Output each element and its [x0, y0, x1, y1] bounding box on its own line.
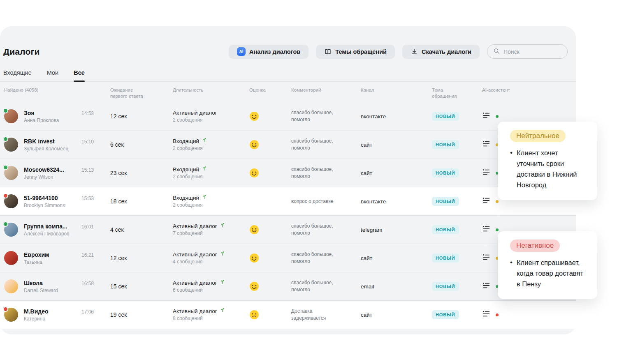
contact-subname: Jenny Wilson	[24, 174, 94, 180]
found-count-label: Найдено (4058)	[0, 87, 106, 93]
ai-summary-icon[interactable]	[482, 140, 490, 150]
first-response-wait: 19 сек	[106, 311, 169, 318]
avatar-status-badge	[3, 136, 8, 142]
search-box[interactable]	[487, 44, 568, 59]
contact-subname: Татьяна	[24, 259, 94, 265]
toolbar: AI Анализ диалогов Темы обращений Скачат…	[229, 44, 568, 59]
comment: спасибо большое, помогло	[287, 251, 345, 265]
book-icon	[324, 48, 332, 55]
rating-emoji	[249, 310, 259, 320]
dialog-time: 16:21	[81, 252, 94, 258]
rating-emoji	[249, 140, 259, 150]
message-count: 2 сообщения	[173, 174, 245, 180]
dialog-time: 15:13	[81, 167, 94, 173]
comment: спасибо большое, помогло	[287, 109, 345, 123]
avatar	[4, 308, 18, 322]
channel: email	[357, 283, 424, 290]
table-row[interactable]: М.Видео 17:06 Катерина 19 сек Активный д…	[0, 301, 576, 329]
dialog-status: Активный диалог	[173, 223, 217, 229]
channel: вконтакте	[357, 113, 424, 120]
tab-mine[interactable]: Мои	[47, 69, 58, 81]
ai-status-dot	[496, 228, 499, 231]
dialog-status: Активный диалог	[173, 251, 217, 258]
first-response-wait: 4 сек	[106, 226, 169, 233]
topic-badge: НОВЫЙ	[432, 140, 459, 149]
popover-neutral-item: Клиент хочет уточнить сроки доставки в Н…	[510, 147, 587, 190]
message-count: 8 сообщений	[173, 316, 245, 321]
search-input[interactable]	[503, 48, 561, 55]
topic-badge: НОВЫЙ	[432, 225, 459, 234]
channel: сайт	[357, 142, 424, 148]
sentiment-badge-negative: Негативное	[510, 240, 560, 252]
dialog-status: Активный диалог	[173, 280, 217, 286]
table-row[interactable]: Еврохим 16:21 Татьяна 12 сек Активный ди…	[0, 244, 576, 272]
table-header: Найдено (4058) Ожидание первого ответа Д…	[0, 82, 576, 102]
channel: сайт	[357, 170, 424, 176]
topics-button[interactable]: Темы обращений	[316, 45, 395, 59]
ai-status-dot	[496, 313, 499, 316]
contact-name: Еврохим	[24, 251, 49, 258]
download-icon	[411, 48, 418, 55]
comment: спасибо большое, помогло	[287, 138, 345, 152]
first-response-wait: 12 сек	[106, 113, 169, 120]
channel: telegram	[357, 227, 424, 233]
app-canvas: Диалоги AI Анализ диалогов Темы обращени…	[0, 0, 617, 364]
table-row[interactable]: 51-99644100 15:53 Brooklyn Simmons 18 се…	[0, 187, 576, 216]
ai-summary-icon[interactable]	[482, 225, 490, 235]
message-count: 2 сообщения	[173, 145, 245, 151]
table-row[interactable]: Зоя 14:53 Анна Проклова 12 сек Активный …	[0, 102, 576, 131]
avatar-status-badge	[3, 165, 8, 170]
avatar-status-badge	[3, 221, 8, 227]
ai-summary-icon[interactable]	[482, 281, 490, 291]
avatar	[4, 166, 18, 180]
contact-subname: Катерина	[24, 316, 94, 322]
sprout-icon	[220, 222, 225, 229]
message-count: 6 сообщений	[173, 287, 245, 293]
topic-badge: НОВЫЙ	[432, 112, 459, 121]
dialog-time: 15:10	[81, 139, 94, 145]
ai-summary-icon[interactable]	[482, 111, 490, 121]
column-topic: Тема обращения	[424, 87, 464, 99]
dialog-time: 16:58	[81, 281, 94, 286]
column-comment: Комментарий	[287, 87, 357, 93]
dialog-time: 16:01	[81, 224, 94, 230]
message-count: 2 сообщения	[173, 202, 245, 208]
dialog-time: 14:53	[81, 111, 94, 116]
ai-badge-icon: AI	[237, 47, 246, 56]
download-dialogs-button[interactable]: Скачать диалоги	[402, 45, 480, 59]
tab-all[interactable]: Все	[74, 69, 85, 81]
avatar-image	[4, 251, 18, 265]
popover-neutral-text: Клиент хочет уточнить сроки доставки в Н…	[517, 147, 587, 190]
avatar	[4, 251, 18, 265]
page-title: Диалоги	[3, 47, 40, 57]
contact-name: 51-99644100	[24, 195, 58, 201]
popover-negative-item: Клиент спрашивает, когда товар доставят …	[510, 257, 587, 289]
first-response-wait: 6 сек	[106, 141, 169, 148]
table-row[interactable]: Moscow6324... 15:13 Jenny Wilson 23 сек …	[0, 159, 576, 187]
analyze-dialogs-button[interactable]: AI Анализ диалогов	[229, 45, 308, 59]
ai-summary-icon[interactable]	[482, 310, 490, 320]
contact-name: Группа компа...	[24, 223, 67, 230]
comment: спасибо большое, помогло	[287, 223, 345, 237]
topic-badge: НОВЫЙ	[432, 197, 459, 206]
ai-summary-icon[interactable]	[482, 253, 490, 263]
sentiment-badge-neutral: Нейтральное	[510, 130, 566, 142]
contact-subname: Brooklyn Simmons	[24, 203, 94, 208]
dialog-status: Входящий	[173, 138, 199, 144]
ai-summary-icon[interactable]	[482, 168, 490, 178]
popover-negative: Негативное Клиент спрашивает, когда това…	[498, 231, 597, 299]
tab-incoming[interactable]: Входящие	[3, 69, 32, 81]
column-duration: Длительность	[169, 87, 245, 93]
table-row[interactable]: RBK invest 15:10 Зульфия Коломеец 6 сек …	[0, 131, 576, 159]
message-count: 7 сообщений	[173, 230, 245, 236]
table-row[interactable]: Группа компа... 16:01 Алексей Пивоваров …	[0, 216, 576, 244]
column-channel: Канал	[357, 87, 424, 93]
avatar	[4, 279, 18, 293]
first-response-wait: 18 сек	[106, 198, 169, 205]
download-label: Скачать диалоги	[422, 48, 471, 55]
ai-summary-icon[interactable]	[482, 196, 490, 206]
table-row[interactable]: Школа 16:58 Darrell Steward 15 сек Актив…	[0, 272, 576, 301]
rating-emoji	[249, 253, 259, 263]
message-count: 4 сообщения	[173, 259, 245, 265]
comment: Доставка задерживается	[287, 308, 345, 322]
